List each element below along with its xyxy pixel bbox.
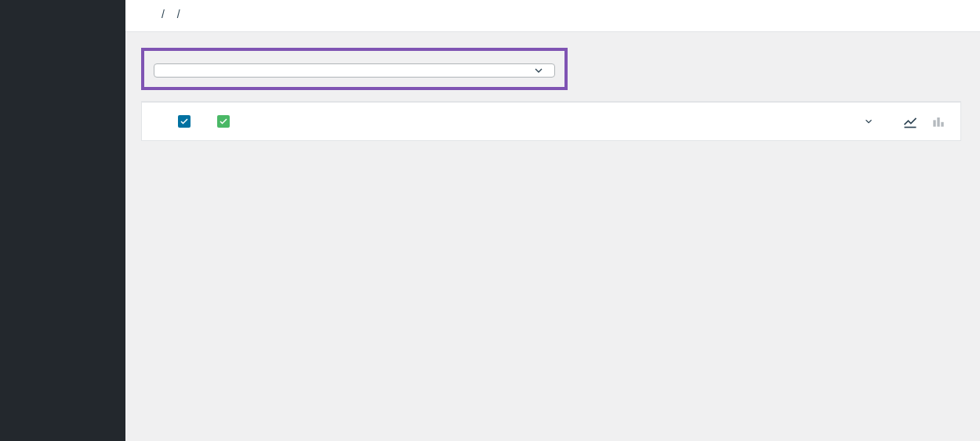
svg-rect-1 <box>933 120 935 126</box>
content-area <box>125 32 980 441</box>
main-content: / / <box>125 0 980 441</box>
date-range-highlight <box>141 48 568 90</box>
svg-rect-2 <box>937 117 939 127</box>
interval-selector[interactable] <box>858 116 874 127</box>
bar-chart-icon[interactable] <box>931 114 946 129</box>
chevron-down-icon <box>863 116 874 127</box>
svg-rect-3 <box>941 122 943 127</box>
date-range-selector[interactable] <box>154 63 555 78</box>
chevron-down-icon <box>532 64 545 77</box>
legend-current[interactable] <box>178 115 203 128</box>
line-chart-icon[interactable] <box>902 114 918 129</box>
admin-sidebar <box>0 0 125 441</box>
checkbox-icon <box>217 115 230 128</box>
legend-previous[interactable] <box>217 115 242 128</box>
checkbox-icon <box>178 115 191 128</box>
chart-header <box>141 103 961 141</box>
breadcrumb: / / <box>157 8 185 20</box>
topbar: / / <box>125 0 980 32</box>
